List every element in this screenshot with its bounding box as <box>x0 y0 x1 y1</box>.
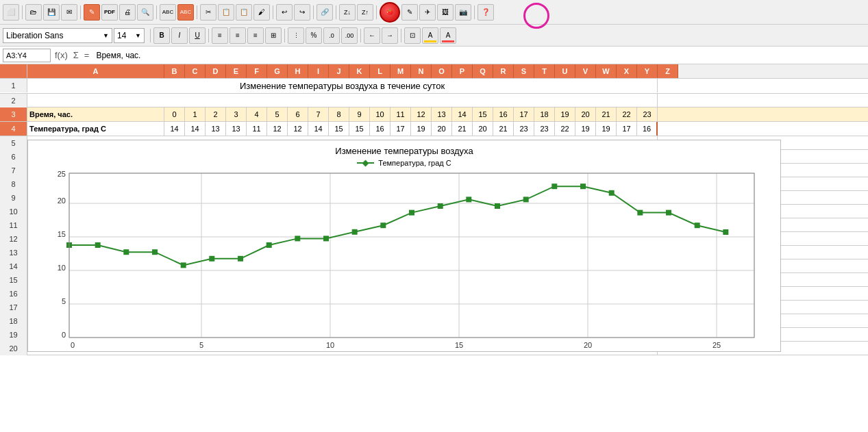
data-cell[interactable]: 11 <box>390 107 411 121</box>
align-center-button[interactable]: ≡ <box>230 27 246 44</box>
cell-reference[interactable]: A3:Y4 <box>3 49 51 62</box>
data-cell[interactable]: 19 <box>596 122 617 136</box>
paintbucket-button[interactable]: 🖌 <box>253 4 270 21</box>
formula-input[interactable] <box>93 51 865 60</box>
merge-cells-button[interactable]: ⊞ <box>265 27 282 44</box>
data-cell[interactable]: 20 <box>432 122 452 136</box>
hyperlink-button[interactable]: 🔗 <box>317 4 333 21</box>
data-cell[interactable]: 6 <box>288 107 308 121</box>
border-button[interactable]: ⊡ <box>404 27 421 44</box>
data-cell[interactable]: 23 <box>514 122 534 136</box>
align-right-button[interactable]: ≡ <box>247 27 264 44</box>
function-icon[interactable]: f(x) <box>55 50 68 60</box>
pdf-button[interactable]: PDF <box>101 4 118 21</box>
undo-button[interactable]: ↩ <box>276 4 293 21</box>
data-cell[interactable]: 23 <box>637 107 658 121</box>
currency-button[interactable]: ⋮ <box>288 27 304 44</box>
decimal-remove-button[interactable]: .00 <box>341 27 358 44</box>
print-preview-button[interactable]: 🔍 <box>137 4 153 21</box>
col-header-o[interactable]: O <box>432 64 452 78</box>
col-header-v[interactable]: V <box>575 64 596 78</box>
chart-container[interactable]: Изменение температуры воздуха Температур… <box>27 140 781 352</box>
bold-button[interactable]: B <box>153 27 170 44</box>
col-header-q[interactable]: Q <box>473 64 493 78</box>
col-header-u[interactable]: U <box>555 64 575 78</box>
data-cell[interactable]: 8 <box>329 107 349 121</box>
align-left-button[interactable]: ≡ <box>212 27 228 44</box>
data-cell[interactable]: 19 <box>555 107 575 121</box>
sort-asc-button[interactable]: Z↓ <box>339 4 356 21</box>
data-cell[interactable]: 11 <box>247 122 267 136</box>
help-button[interactable]: ❓ <box>478 4 494 21</box>
indent-more-button[interactable]: → <box>382 27 398 44</box>
data-cell[interactable]: 12 <box>267 122 288 136</box>
open-button[interactable]: 🗁 <box>25 4 42 21</box>
data-cell[interactable]: 2 <box>206 107 226 121</box>
sort-desc-button[interactable]: Z↑ <box>357 4 373 21</box>
col-header-m[interactable]: M <box>390 64 411 78</box>
col-header-k[interactable]: K <box>349 64 370 78</box>
macro-button[interactable]: 🍅 <box>380 2 400 23</box>
airplane-button[interactable]: ✈ <box>419 4 436 21</box>
data-cell[interactable]: 16 <box>370 122 390 136</box>
empty-cell[interactable] <box>27 94 658 107</box>
data-cell[interactable]: 9 <box>349 107 370 121</box>
save-button[interactable]: 💾 <box>43 4 60 21</box>
data-cell[interactable]: 13 <box>226 122 247 136</box>
font-color-button[interactable]: A <box>440 27 456 44</box>
col-header-t[interactable]: T <box>534 64 555 78</box>
col-header-n[interactable]: N <box>411 64 432 78</box>
col-header-i[interactable]: I <box>308 64 329 78</box>
col-header-b[interactable]: B <box>164 64 185 78</box>
col-header-a[interactable]: A <box>27 64 164 78</box>
gallery-button[interactable]: 🖼 <box>437 4 454 21</box>
data-cell[interactable]: 20 <box>575 107 596 121</box>
indent-less-button[interactable]: ← <box>364 27 380 44</box>
spellcheck2-button[interactable]: ABC <box>177 4 194 21</box>
background-color-button[interactable]: A <box>422 27 438 44</box>
data-cell[interactable]: 0 <box>164 107 185 121</box>
data-cell[interactable]: 15 <box>473 107 493 121</box>
col-header-z[interactable]: Z <box>658 64 678 78</box>
data-cell[interactable]: 17 <box>390 122 411 136</box>
data-cell[interactable]: 16 <box>637 122 658 136</box>
print-button[interactable]: 🖨 <box>119 4 136 21</box>
data-cell[interactable]: 20 <box>473 122 493 136</box>
data-cell[interactable]: 14 <box>452 107 473 121</box>
data-cell[interactable]: 21 <box>596 107 617 121</box>
data-cell[interactable]: 5 <box>267 107 288 121</box>
data-cell[interactable]: 13 <box>206 122 226 136</box>
data-cell[interactable]: 19 <box>575 122 596 136</box>
data-cell[interactable]: 14 <box>308 122 329 136</box>
decimal-add-button[interactable]: .0 <box>323 27 340 44</box>
email-button[interactable]: ✉ <box>61 4 77 21</box>
col-header-p[interactable]: P <box>452 64 473 78</box>
data-cell[interactable]: 4 <box>247 107 267 121</box>
col-header-w[interactable]: W <box>596 64 617 78</box>
data-cell[interactable]: 7 <box>308 107 329 121</box>
spellcheck-button[interactable]: ABC <box>160 4 176 21</box>
size-dropdown-icon[interactable]: ▼ <box>135 32 141 39</box>
cut-button[interactable]: ✂ <box>200 4 216 21</box>
hours-label-cell[interactable]: Время, час. <box>27 107 164 121</box>
col-header-c[interactable]: C <box>185 64 206 78</box>
data-cell[interactable]: 22 <box>555 122 575 136</box>
data-cell[interactable]: 12 <box>411 107 432 121</box>
copy-button[interactable]: 📋 <box>218 4 234 21</box>
draw-button[interactable]: ✎ <box>401 4 418 21</box>
data-cell[interactable]: 3 <box>226 107 247 121</box>
col-header-h[interactable]: H <box>288 64 308 78</box>
data-cell[interactable]: 18 <box>534 107 555 121</box>
data-cell[interactable]: 17 <box>514 107 534 121</box>
italic-button[interactable]: I <box>171 27 188 44</box>
col-header-d[interactable]: D <box>206 64 226 78</box>
data-cell[interactable]: 21 <box>493 122 514 136</box>
col-header-j[interactable]: J <box>329 64 349 78</box>
paste-button[interactable]: 📋 <box>236 4 252 21</box>
temp-label-cell[interactable]: Температура, град С <box>27 122 164 136</box>
col-header-e[interactable]: E <box>226 64 247 78</box>
col-header-y[interactable]: Y <box>637 64 658 78</box>
data-cell[interactable]: 13 <box>432 107 452 121</box>
col-header-g[interactable]: G <box>267 64 288 78</box>
data-cell[interactable]: 19 <box>411 122 432 136</box>
